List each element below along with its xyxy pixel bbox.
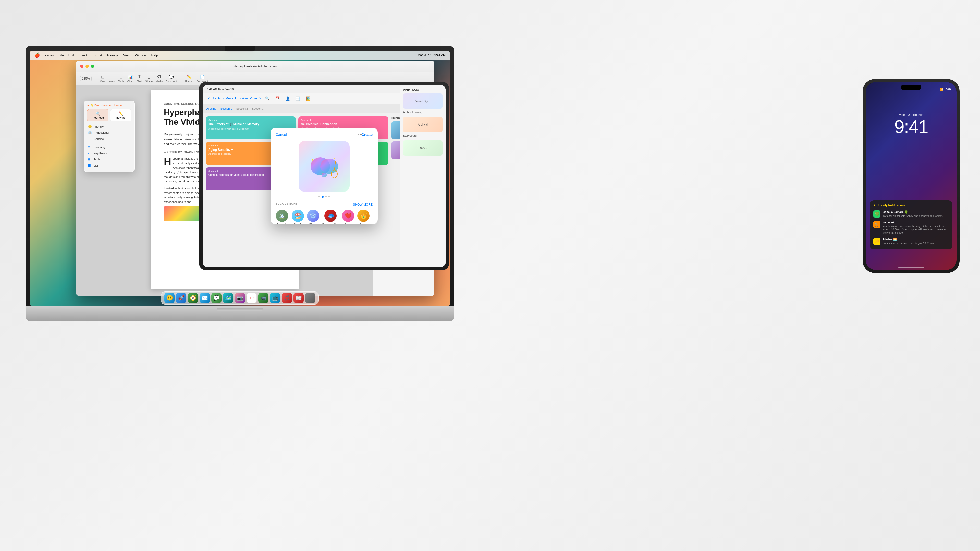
toolbar-shape[interactable]: ◻ Shape — [145, 74, 153, 83]
iphone-body: 📶 100% Mon 10 · Tiburon 9:41 ★ Priority … — [862, 79, 959, 273]
dot-3 — [325, 196, 327, 197]
rewrite-icon: ✏️ — [112, 111, 130, 116]
ipad-back-btn[interactable]: ‹ < Effects of Music Explainer Video ∨ — [206, 97, 262, 100]
table-icon: ⊞ — [118, 74, 124, 79]
toolbar-media[interactable]: 🖼 Media — [156, 74, 162, 83]
view-icon: ⊞ — [100, 74, 106, 79]
instacart-icon: 🛒 — [873, 221, 880, 228]
dock-calendar[interactable]: 10 — [247, 293, 257, 303]
beach-label: Beach — [294, 223, 302, 224]
menu-file[interactable]: File — [59, 53, 64, 57]
zoom-group: 135% — [80, 76, 92, 81]
dot-4 — [328, 196, 330, 197]
modal-more-icon[interactable]: ••• — [358, 133, 363, 137]
dot-2[interactable] — [321, 196, 324, 198]
notif-edwina[interactable]: ☀️ Edwina 🌅 Summer interns arrived. Meet… — [873, 236, 949, 246]
dock-facetime[interactable]: 📹 — [258, 293, 269, 303]
insert-icon: + — [109, 74, 115, 79]
suggestion-winter[interactable]: ❄️ Winter — [307, 210, 319, 224]
notif-instacart[interactable]: 🛒 Instacart Your Instacart order is on t… — [873, 219, 949, 236]
toolbar-comment[interactable]: 💬 Comment — [165, 74, 177, 83]
dock-finder[interactable]: 🙂 — [164, 293, 175, 303]
storyboard-label: Story... — [418, 146, 427, 149]
maximize-button[interactable] — [91, 65, 94, 68]
keypoints-icon: • — [88, 151, 92, 155]
wt-item-keypoints[interactable]: • Key Points — [87, 150, 131, 156]
show-more-btn[interactable]: SHOW MORE — [353, 203, 372, 206]
vsp-storyboard[interactable]: Story... — [403, 140, 442, 156]
suggestion-mountains[interactable]: 🏔️ Mountains — [275, 210, 289, 224]
close-button[interactable] — [80, 65, 83, 68]
menu-edit[interactable]: Edit — [68, 53, 74, 57]
vsp-archival[interactable]: Archival — [403, 117, 442, 132]
baseball-icon: 🧢 — [325, 210, 337, 222]
dock-maps[interactable]: 🗺️ — [223, 293, 233, 303]
proofread-icon: 🔍 — [89, 111, 107, 116]
concise-icon: + — [88, 137, 92, 141]
scene: 🍎 Pages File Edit Insert Format Arrange … — [0, 0, 980, 551]
ipad-tool-search[interactable]: 🔍 — [264, 95, 271, 102]
dock-mail[interactable]: ✉️ — [200, 293, 210, 303]
ipad-tool-calendar[interactable]: 📅 — [274, 95, 281, 102]
section-separator-1: Section 2 — [236, 107, 248, 110]
dock-more[interactable]: ⋯ — [305, 293, 315, 303]
ipad-tool-chart[interactable]: 📊 — [294, 95, 301, 102]
text-icon: T — [137, 74, 142, 79]
modal-cancel-btn[interactable]: Cancel — [275, 133, 287, 137]
insert-label: Insert — [109, 80, 115, 83]
toolbar-chart[interactable]: 📊 Chart — [127, 74, 134, 83]
table-list-icon: ⊞ — [88, 158, 92, 161]
wt-item-table[interactable]: ⊞ Table — [87, 156, 131, 162]
menu-window[interactable]: Window — [135, 53, 146, 57]
dock-messages[interactable]: 💬 — [211, 293, 221, 303]
wt-item-concise[interactable]: + Concise — [87, 136, 131, 142]
suggestion-baseball[interactable]: 🧢 Baseball Cap — [322, 210, 339, 224]
list-icon: ☰ — [88, 164, 92, 167]
suggestions-label: SUGGESTIONS — [275, 202, 298, 205]
dock-music[interactable]: 🎵 — [282, 293, 292, 303]
apple-menu[interactable]: 🍎 — [34, 52, 40, 58]
svg-text:♫: ♫ — [333, 156, 335, 159]
section-1[interactable]: Section 1 — [221, 107, 232, 110]
keypoints-label: Key Points — [94, 152, 107, 155]
modal-create-btn[interactable]: Create — [361, 133, 372, 137]
toolbar-text[interactable]: T Text — [137, 74, 142, 83]
toolbar-insert[interactable]: + Insert — [109, 74, 115, 83]
dock-tv[interactable]: 📺 — [270, 293, 280, 303]
professional-label: Professional — [94, 131, 109, 134]
zoom-level[interactable]: 135% — [80, 76, 92, 81]
love-icon: ❤️ — [342, 210, 354, 222]
dock-safari[interactable]: 🧭 — [188, 293, 198, 303]
wt-rewrite-btn[interactable]: ✏️ Rewrite — [110, 109, 131, 121]
toolbar-format[interactable]: ✏️ Format — [185, 74, 193, 83]
wt-item-friendly[interactable]: 😊 Friendly — [87, 124, 131, 130]
ipad-tool-person[interactable]: 👤 — [284, 95, 291, 102]
dock-news[interactable]: 📰 — [293, 293, 304, 303]
minimize-button[interactable] — [86, 65, 89, 68]
ipad-tool-image[interactable]: 🖼️ — [304, 95, 312, 102]
toolbar-view[interactable]: ⊞ View — [100, 74, 106, 83]
doc-dropcap: H — [164, 157, 171, 167]
dock-photos[interactable]: 📷 — [235, 293, 245, 303]
menu-arrange[interactable]: Arrange — [107, 53, 118, 57]
toolbar-table[interactable]: ⊞ Table — [118, 74, 124, 83]
wt-proofread-btn[interactable]: 🔍 Proofread — [87, 109, 108, 121]
iphone-notifications: ★ Priority Notifications 💚 Isabella Lama… — [870, 200, 953, 249]
edwina-body: Summer interns arrived. Meeting at 10:30… — [883, 241, 949, 245]
menubar-right: Mon Jun 10 9:41 AM — [417, 53, 445, 57]
notif-isabella[interactable]: 💚 Isabella Lamare 🍀 Invite for dinner wi… — [873, 209, 949, 219]
dock-launchpad[interactable]: 🚀 — [176, 293, 186, 303]
menu-help[interactable]: Help — [151, 53, 158, 57]
suggestion-love[interactable]: ❤️ Love — [342, 210, 354, 224]
section-opening[interactable]: Opening — [206, 107, 216, 110]
menu-format[interactable]: Format — [92, 53, 102, 57]
wt-item-summary[interactable]: ≡ Summary — [87, 144, 131, 150]
iphone-battery: 📶 100% — [940, 88, 951, 91]
menu-insert[interactable]: Insert — [79, 53, 87, 57]
wt-item-professional[interactable]: 👔 Professional — [87, 130, 131, 136]
menu-pages[interactable]: Pages — [45, 53, 54, 57]
menu-view[interactable]: View — [123, 53, 130, 57]
wt-item-list[interactable]: ☰ List — [87, 162, 131, 168]
suggestion-beach[interactable]: 🏖️ Beach — [292, 210, 304, 224]
suggestion-crown[interactable]: 👑 Crown — [357, 210, 369, 224]
